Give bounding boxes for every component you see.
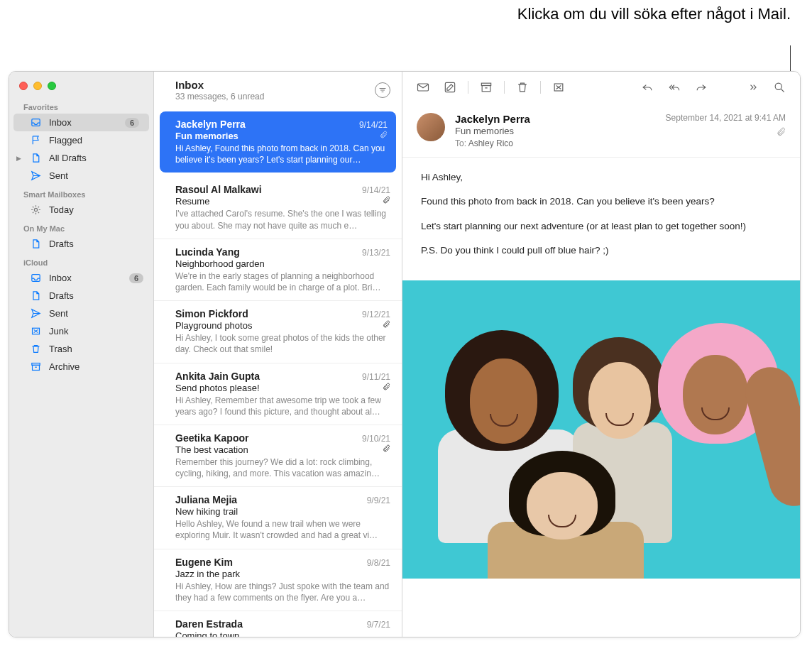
mark-read-icon[interactable] — [411, 77, 435, 97]
junk-icon[interactable] — [547, 77, 571, 97]
avatar — [417, 113, 445, 141]
msg-subject: Resume — [175, 196, 382, 207]
message-item[interactable]: Simon Pickford9/12/21Playground photosHi… — [154, 301, 402, 363]
sidebar-item-drafts[interactable]: Drafts — [9, 235, 153, 253]
sidebar-item-label: Inbox — [49, 117, 72, 128]
sidebar-item-label: Flagged — [49, 135, 82, 146]
attachment-icon — [666, 127, 786, 139]
toolbar-separator — [504, 81, 505, 94]
message-item[interactable]: Ankita Jain Gupta9/11/21Send photos plea… — [154, 363, 402, 425]
message-item[interactable]: Lucinda Yang9/13/21Neighborhood gardenWe… — [154, 239, 402, 301]
sidebar-item-trash[interactable]: Trash — [9, 340, 153, 358]
msg-subject: New hiking trail — [175, 506, 390, 517]
flag-icon — [29, 134, 42, 146]
sidebar-item-flagged[interactable]: Flagged — [9, 131, 153, 149]
msg-sender: Rasoul Al Malkawi — [175, 184, 362, 195]
message-list-header: Inbox 33 messages, 6 unread — [154, 72, 402, 107]
mail-header: Jackelyn Perra Fun memories To: Ashley R… — [402, 103, 800, 158]
to-label: To: — [455, 138, 466, 148]
message-item[interactable]: Rasoul Al Malkawi9/14/21ResumeI've attac… — [154, 177, 402, 239]
minimize-button[interactable] — [33, 82, 42, 90]
doc-icon — [29, 290, 42, 302]
sidebar-item-junk[interactable]: Junk — [9, 322, 153, 340]
svg-rect-3 — [32, 365, 39, 370]
msg-date: 9/12/21 — [362, 310, 390, 319]
sidebar-item-label: Today — [49, 204, 74, 215]
close-button[interactable] — [19, 82, 28, 90]
sidebar-item-inbox[interactable]: Inbox6 — [9, 269, 153, 287]
attachment-icon — [382, 320, 390, 331]
msg-date: 9/13/21 — [362, 248, 390, 258]
sidebar-item-inbox[interactable]: Inbox6 — [13, 114, 149, 131]
doc-icon — [29, 152, 42, 164]
unread-badge: 6 — [129, 273, 143, 283]
sidebar-item-label: Trash — [49, 344, 72, 354]
sidebar-item-label: Archive — [49, 361, 79, 372]
msg-date: 9/7/21 — [367, 620, 390, 630]
mail-paragraph: Found this photo from back in 2018. Can … — [421, 195, 781, 209]
attachment-icon — [382, 444, 390, 455]
filter-button[interactable] — [375, 82, 390, 98]
toolbar — [402, 72, 800, 103]
sidebar-item-all-drafts[interactable]: ▶All Drafts — [9, 149, 153, 167]
forward-icon[interactable] — [689, 77, 713, 97]
msg-subject: Fun memories — [175, 131, 379, 141]
sidebar-item-sent[interactable]: Sent — [9, 305, 153, 322]
junk-icon — [29, 325, 42, 337]
msg-subject: The best vacation — [175, 444, 382, 455]
msg-preview: We're in the early stages of planning a … — [175, 270, 390, 293]
help-annotation: Klicka om du vill söka efter något i Mai… — [517, 4, 791, 24]
chevron-right-icon: ▶ — [16, 155, 21, 162]
window-controls — [9, 76, 153, 97]
msg-date: 9/8/21 — [367, 558, 390, 568]
message-item[interactable]: Geetika Kapoor9/10/21The best vacationRe… — [154, 425, 402, 487]
message-list: Jackelyn Perra9/14/21Fun memoriesHi Ashl… — [154, 107, 402, 637]
sidebar: FavoritesInbox6Flagged▶All DraftsSentSma… — [9, 72, 154, 637]
sidebar-item-today[interactable]: Today — [9, 201, 153, 219]
msg-preview: Hi Ashley, Remember that awesome trip we… — [175, 395, 390, 417]
archive-icon — [29, 361, 42, 373]
sidebar-item-label: Drafts — [49, 290, 74, 301]
mail-date: September 14, 2021 at 9:41 AM — [666, 113, 786, 123]
send-icon — [29, 170, 42, 182]
msg-sender: Lucinda Yang — [175, 246, 362, 258]
send-icon — [29, 307, 42, 319]
compose-icon[interactable] — [438, 77, 462, 97]
msg-date: 9/14/21 — [362, 185, 390, 195]
inbox-subtitle: 33 messages, 6 unread — [175, 92, 375, 102]
msg-sender: Simon Pickford — [175, 308, 362, 319]
sidebar-item-archive[interactable]: Archive — [9, 358, 153, 376]
msg-date: 9/10/21 — [362, 434, 390, 444]
msg-date: 9/9/21 — [367, 496, 390, 505]
message-item[interactable]: Daren Estrada9/7/21Coming to townHey, st… — [154, 611, 402, 637]
msg-subject: Jazz in the park — [175, 569, 390, 579]
archive-icon[interactable] — [474, 77, 498, 97]
attachment-icon — [382, 196, 390, 207]
message-item[interactable]: Juliana Mejia9/9/21New hiking trailHello… — [154, 487, 402, 549]
reply-all-icon[interactable] — [662, 77, 686, 97]
message-item[interactable]: Eugene Kim9/8/21Jazz in the parkHi Ashle… — [154, 549, 402, 611]
mail-to: To: Ashley Rico — [455, 138, 656, 148]
sidebar-item-drafts[interactable]: Drafts — [9, 287, 153, 305]
msg-preview: I've attached Carol's resume. She's the … — [175, 208, 390, 231]
more-icon[interactable] — [740, 77, 764, 97]
zoom-button[interactable] — [48, 82, 56, 90]
msg-date: 9/11/21 — [362, 372, 390, 382]
reply-icon[interactable] — [635, 77, 659, 97]
msg-preview: Hi Ashley, Found this photo from back in… — [175, 143, 388, 165]
sidebar-item-sent[interactable]: Sent — [9, 167, 153, 185]
message-item[interactable]: Jackelyn Perra9/14/21Fun memoriesHi Ashl… — [160, 111, 396, 173]
annotation-pointer — [790, 45, 791, 74]
msg-subject: Send photos please! — [175, 383, 382, 393]
message-list-pane: Inbox 33 messages, 6 unread Jackelyn Per… — [154, 72, 402, 637]
msg-subject: Playground photos — [175, 320, 382, 331]
delete-icon[interactable] — [510, 77, 534, 97]
inbox-icon — [29, 272, 42, 284]
search-icon[interactable] — [767, 77, 791, 97]
mail-window: FavoritesInbox6Flagged▶All DraftsSentSma… — [9, 71, 801, 637]
msg-sender: Geetika Kapoor — [175, 432, 362, 444]
doc-icon — [29, 238, 42, 250]
attachment-icon — [382, 383, 390, 393]
svg-rect-4 — [418, 84, 429, 91]
msg-sender: Jackelyn Perra — [175, 119, 359, 130]
